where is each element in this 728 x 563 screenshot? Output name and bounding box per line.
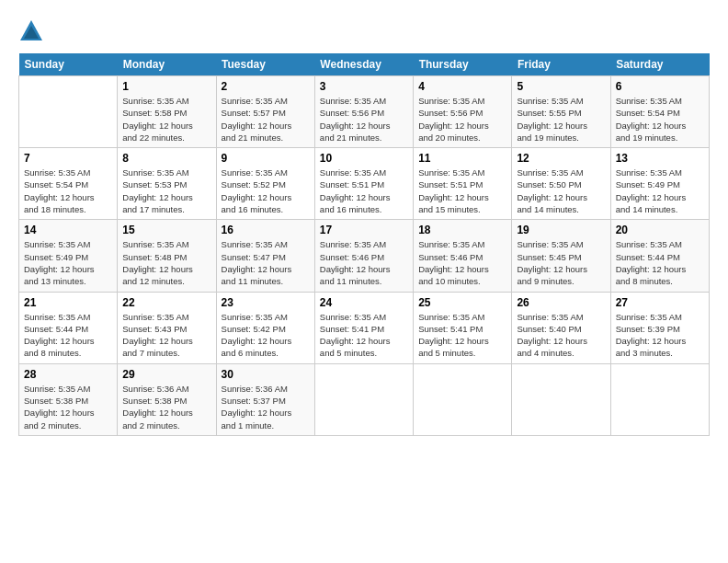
calendar-cell: 1Sunrise: 5:35 AM Sunset: 5:58 PM Daylig… xyxy=(118,76,216,148)
calendar-cell: 12Sunrise: 5:35 AM Sunset: 5:50 PM Dayli… xyxy=(512,148,610,220)
calendar-cell xyxy=(314,363,413,435)
day-info: Sunrise: 5:35 AM Sunset: 5:57 PM Dayligh… xyxy=(222,95,310,144)
day-number: 28 xyxy=(24,368,112,381)
day-number: 22 xyxy=(122,296,210,309)
header-day-thursday: Thursday xyxy=(414,53,512,76)
header xyxy=(18,15,710,44)
day-info: Sunrise: 5:35 AM Sunset: 5:46 PM Dayligh… xyxy=(320,238,408,287)
day-info: Sunrise: 5:35 AM Sunset: 5:52 PM Dayligh… xyxy=(222,167,310,215)
day-number: 23 xyxy=(222,296,310,309)
calendar-cell: 22Sunrise: 5:35 AM Sunset: 5:43 PM Dayli… xyxy=(118,292,216,363)
day-info: Sunrise: 5:35 AM Sunset: 5:48 PM Dayligh… xyxy=(122,238,210,287)
day-info: Sunrise: 5:36 AM Sunset: 5:37 PM Dayligh… xyxy=(222,383,310,431)
day-info: Sunrise: 5:35 AM Sunset: 5:49 PM Dayligh… xyxy=(24,238,112,287)
calendar-cell: 29Sunrise: 5:36 AM Sunset: 5:38 PM Dayli… xyxy=(118,363,216,435)
calendar-cell: 20Sunrise: 5:35 AM Sunset: 5:44 PM Dayli… xyxy=(610,220,709,292)
header-day-tuesday: Tuesday xyxy=(216,53,314,76)
day-number: 4 xyxy=(418,80,506,93)
day-info: Sunrise: 5:35 AM Sunset: 5:47 PM Dayligh… xyxy=(222,238,310,287)
calendar-cell: 23Sunrise: 5:35 AM Sunset: 5:42 PM Dayli… xyxy=(216,292,314,363)
day-number: 30 xyxy=(222,368,310,381)
calendar-cell: 9Sunrise: 5:35 AM Sunset: 5:52 PM Daylig… xyxy=(216,148,314,220)
calendar-cell: 7Sunrise: 5:35 AM Sunset: 5:54 PM Daylig… xyxy=(19,148,118,220)
header-day-sunday: Sunday xyxy=(19,53,118,76)
day-number: 7 xyxy=(24,152,112,165)
calendar-cell: 27Sunrise: 5:35 AM Sunset: 5:39 PM Dayli… xyxy=(610,292,709,363)
calendar-cell xyxy=(512,363,610,435)
calendar-header: SundayMondayTuesdayWednesdayThursdayFrid… xyxy=(19,53,710,76)
calendar-cell: 6Sunrise: 5:35 AM Sunset: 5:54 PM Daylig… xyxy=(610,76,709,148)
day-info: Sunrise: 5:35 AM Sunset: 5:49 PM Dayligh… xyxy=(616,167,704,215)
day-info: Sunrise: 5:35 AM Sunset: 5:41 PM Dayligh… xyxy=(320,311,408,360)
day-info: Sunrise: 5:35 AM Sunset: 5:51 PM Dayligh… xyxy=(320,167,408,215)
calendar-cell: 15Sunrise: 5:35 AM Sunset: 5:48 PM Dayli… xyxy=(118,220,216,292)
day-info: Sunrise: 5:35 AM Sunset: 5:53 PM Dayligh… xyxy=(122,167,210,215)
calendar-cell: 2Sunrise: 5:35 AM Sunset: 5:57 PM Daylig… xyxy=(216,76,314,148)
day-number: 17 xyxy=(320,224,408,236)
calendar-cell: 14Sunrise: 5:35 AM Sunset: 5:49 PM Dayli… xyxy=(19,220,118,292)
page: SundayMondayTuesdayWednesdayThursdayFrid… xyxy=(0,0,728,563)
day-info: Sunrise: 5:35 AM Sunset: 5:50 PM Dayligh… xyxy=(517,167,605,215)
day-number: 2 xyxy=(222,80,310,93)
header-day-friday: Friday xyxy=(512,53,610,76)
calendar-cell: 16Sunrise: 5:35 AM Sunset: 5:47 PM Dayli… xyxy=(216,220,314,292)
header-row: SundayMondayTuesdayWednesdayThursdayFrid… xyxy=(19,53,710,76)
calendar-cell: 5Sunrise: 5:35 AM Sunset: 5:55 PM Daylig… xyxy=(512,76,610,148)
day-number: 25 xyxy=(418,296,506,309)
header-day-saturday: Saturday xyxy=(610,53,709,76)
calendar-body: 1Sunrise: 5:35 AM Sunset: 5:58 PM Daylig… xyxy=(19,76,710,436)
calendar-cell: 18Sunrise: 5:35 AM Sunset: 5:46 PM Dayli… xyxy=(414,220,512,292)
day-number: 27 xyxy=(616,296,704,309)
day-info: Sunrise: 5:35 AM Sunset: 5:42 PM Dayligh… xyxy=(222,311,310,360)
calendar-cell: 10Sunrise: 5:35 AM Sunset: 5:51 PM Dayli… xyxy=(314,148,413,220)
day-info: Sunrise: 5:36 AM Sunset: 5:38 PM Dayligh… xyxy=(122,383,210,431)
week-row-5: 28Sunrise: 5:35 AM Sunset: 5:38 PM Dayli… xyxy=(19,363,710,435)
day-info: Sunrise: 5:35 AM Sunset: 5:39 PM Dayligh… xyxy=(616,311,704,360)
day-info: Sunrise: 5:35 AM Sunset: 5:46 PM Dayligh… xyxy=(418,238,506,287)
calendar-cell: 25Sunrise: 5:35 AM Sunset: 5:41 PM Dayli… xyxy=(414,292,512,363)
day-number: 12 xyxy=(517,152,605,165)
day-number: 10 xyxy=(320,152,408,165)
calendar-cell: 26Sunrise: 5:35 AM Sunset: 5:40 PM Dayli… xyxy=(512,292,610,363)
day-info: Sunrise: 5:35 AM Sunset: 5:51 PM Dayligh… xyxy=(418,167,506,215)
day-info: Sunrise: 5:35 AM Sunset: 5:44 PM Dayligh… xyxy=(616,238,704,287)
day-info: Sunrise: 5:35 AM Sunset: 5:56 PM Dayligh… xyxy=(418,95,506,144)
header-day-wednesday: Wednesday xyxy=(314,53,413,76)
week-row-3: 14Sunrise: 5:35 AM Sunset: 5:49 PM Dayli… xyxy=(19,220,710,292)
calendar-table: SundayMondayTuesdayWednesdayThursdayFrid… xyxy=(18,53,710,436)
day-number: 1 xyxy=(122,80,210,93)
week-row-2: 7Sunrise: 5:35 AM Sunset: 5:54 PM Daylig… xyxy=(19,148,710,220)
calendar-cell: 24Sunrise: 5:35 AM Sunset: 5:41 PM Dayli… xyxy=(314,292,413,363)
calendar-cell: 8Sunrise: 5:35 AM Sunset: 5:53 PM Daylig… xyxy=(118,148,216,220)
day-number: 21 xyxy=(24,296,112,309)
header-day-monday: Monday xyxy=(118,53,216,76)
day-info: Sunrise: 5:35 AM Sunset: 5:38 PM Dayligh… xyxy=(24,383,112,431)
day-number: 19 xyxy=(517,224,605,236)
day-number: 26 xyxy=(517,296,605,309)
day-number: 6 xyxy=(616,80,704,93)
logo-icon xyxy=(18,18,44,44)
day-number: 5 xyxy=(517,80,605,93)
calendar-cell: 19Sunrise: 5:35 AM Sunset: 5:45 PM Dayli… xyxy=(512,220,610,292)
day-info: Sunrise: 5:35 AM Sunset: 5:44 PM Dayligh… xyxy=(24,311,112,360)
day-info: Sunrise: 5:35 AM Sunset: 5:43 PM Dayligh… xyxy=(122,311,210,360)
calendar-cell: 28Sunrise: 5:35 AM Sunset: 5:38 PM Dayli… xyxy=(19,363,118,435)
calendar-cell: 11Sunrise: 5:35 AM Sunset: 5:51 PM Dayli… xyxy=(414,148,512,220)
calendar-cell: 17Sunrise: 5:35 AM Sunset: 5:46 PM Dayli… xyxy=(314,220,413,292)
day-number: 15 xyxy=(122,224,210,236)
calendar-cell: 3Sunrise: 5:35 AM Sunset: 5:56 PM Daylig… xyxy=(314,76,413,148)
day-number: 8 xyxy=(122,152,210,165)
day-number: 9 xyxy=(222,152,310,165)
day-info: Sunrise: 5:35 AM Sunset: 5:55 PM Dayligh… xyxy=(517,95,605,144)
day-info: Sunrise: 5:35 AM Sunset: 5:54 PM Dayligh… xyxy=(616,95,704,144)
day-number: 24 xyxy=(320,296,408,309)
day-number: 3 xyxy=(320,80,408,93)
day-info: Sunrise: 5:35 AM Sunset: 5:58 PM Dayligh… xyxy=(122,95,210,144)
calendar-cell: 21Sunrise: 5:35 AM Sunset: 5:44 PM Dayli… xyxy=(19,292,118,363)
day-info: Sunrise: 5:35 AM Sunset: 5:54 PM Dayligh… xyxy=(24,167,112,215)
calendar-cell xyxy=(414,363,512,435)
day-number: 20 xyxy=(616,224,704,236)
calendar-cell: 4Sunrise: 5:35 AM Sunset: 5:56 PM Daylig… xyxy=(414,76,512,148)
day-number: 16 xyxy=(222,224,310,236)
day-info: Sunrise: 5:35 AM Sunset: 5:41 PM Dayligh… xyxy=(418,311,506,360)
